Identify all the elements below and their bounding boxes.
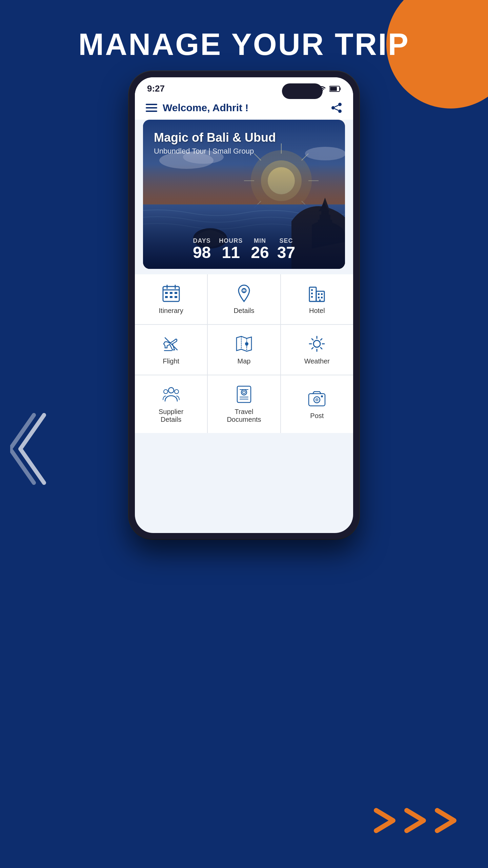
phone-mockup: 9:27: [129, 71, 359, 539]
travel-documents-label: TravelDocuments: [227, 408, 261, 423]
map-icon: [235, 334, 253, 353]
days-value: 98: [193, 244, 211, 261]
weather-label: Weather: [304, 357, 330, 365]
svg-rect-35: [165, 292, 168, 294]
svg-point-71: [175, 390, 179, 394]
svg-point-4: [338, 110, 342, 113]
supplier-details-label: SupplierDetails: [159, 408, 183, 423]
menu-item-travel-documents[interactable]: TravelDocuments: [208, 375, 280, 433]
sun-icon: [307, 334, 326, 353]
group-icon: [162, 385, 181, 404]
svg-rect-47: [311, 293, 313, 294]
menu-item-details[interactable]: Details: [208, 274, 280, 324]
svg-rect-44: [309, 287, 316, 301]
hamburger-menu-button[interactable]: [146, 104, 157, 112]
svg-point-69: [168, 388, 174, 393]
svg-rect-51: [318, 297, 320, 298]
svg-rect-40: [175, 296, 177, 298]
svg-rect-48: [311, 296, 313, 298]
svg-rect-2: [340, 87, 341, 90]
svg-point-3: [338, 103, 342, 106]
left-chevrons-decoration: [10, 412, 58, 486]
menu-item-flight[interactable]: Flight: [135, 325, 207, 375]
svg-line-6: [335, 105, 339, 107]
svg-line-67: [321, 339, 322, 340]
sec-value: 37: [277, 244, 295, 261]
battery-icon: [329, 85, 341, 92]
svg-point-60: [313, 340, 320, 347]
svg-point-81: [321, 395, 323, 397]
app-header: Welcome, Adhrit !: [135, 97, 353, 120]
page-title: MANAGE YOUR TRIP: [0, 27, 488, 62]
post-label: Post: [310, 412, 324, 420]
svg-point-70: [164, 390, 168, 394]
menu-item-hotel[interactable]: Hotel: [281, 274, 353, 324]
menu-item-map[interactable]: Map: [208, 325, 280, 375]
map-label: Map: [238, 357, 251, 365]
calendar-icon: [162, 284, 181, 303]
itinerary-label: Itinerary: [159, 307, 183, 315]
share-button[interactable]: [331, 102, 342, 114]
hero-title: Magic of Bali & Ubud: [154, 131, 276, 145]
hero-card[interactable]: Magic of Bali & Ubud Unbundled Tour | Sm…: [143, 120, 345, 269]
flight-label: Flight: [163, 357, 179, 365]
svg-point-73: [241, 390, 247, 395]
hero-text-block: Magic of Bali & Ubud Unbundled Tour | Sm…: [154, 131, 276, 156]
svg-rect-72: [237, 386, 251, 402]
welcome-greeting: Welcome, Adhrit !: [163, 102, 248, 114]
camera-notch: [282, 83, 323, 99]
svg-rect-36: [170, 292, 172, 294]
status-time: 9:27: [147, 83, 165, 94]
hours-value: 11: [219, 244, 243, 261]
svg-point-80: [315, 398, 319, 401]
countdown-timer: DAYS 98 HOURS 11 MIN 26 SEC 37: [143, 237, 345, 261]
menu-item-post[interactable]: Post: [281, 375, 353, 433]
svg-line-65: [312, 339, 313, 340]
feature-grid: Itinerary Details: [135, 274, 353, 433]
svg-line-68: [312, 348, 313, 349]
svg-rect-49: [318, 293, 320, 295]
camera-icon: [307, 389, 326, 408]
svg-rect-1: [330, 87, 337, 91]
svg-rect-46: [311, 289, 313, 291]
svg-point-74: [243, 391, 245, 394]
details-label: Details: [233, 307, 254, 315]
svg-rect-50: [321, 293, 323, 295]
menu-item-weather[interactable]: Weather: [281, 325, 353, 375]
min-value: 26: [251, 244, 269, 261]
building-icon: [307, 284, 326, 303]
svg-rect-52: [321, 297, 323, 298]
svg-rect-37: [175, 292, 177, 294]
plane-icon: [162, 334, 181, 353]
hotel-label: Hotel: [309, 307, 325, 315]
svg-point-5: [331, 106, 335, 110]
passport-icon: [235, 385, 253, 404]
svg-rect-38: [165, 296, 168, 298]
svg-line-66: [321, 348, 322, 349]
menu-item-supplier-details[interactable]: SupplierDetails: [135, 375, 207, 433]
svg-line-7: [335, 109, 339, 111]
info-pin-icon: [235, 284, 253, 303]
right-chevrons-decoration: [373, 807, 461, 834]
hero-subtitle: Unbundled Tour | Small Group: [154, 147, 276, 156]
svg-rect-39: [170, 296, 172, 298]
menu-item-itinerary[interactable]: Itinerary: [135, 274, 207, 324]
